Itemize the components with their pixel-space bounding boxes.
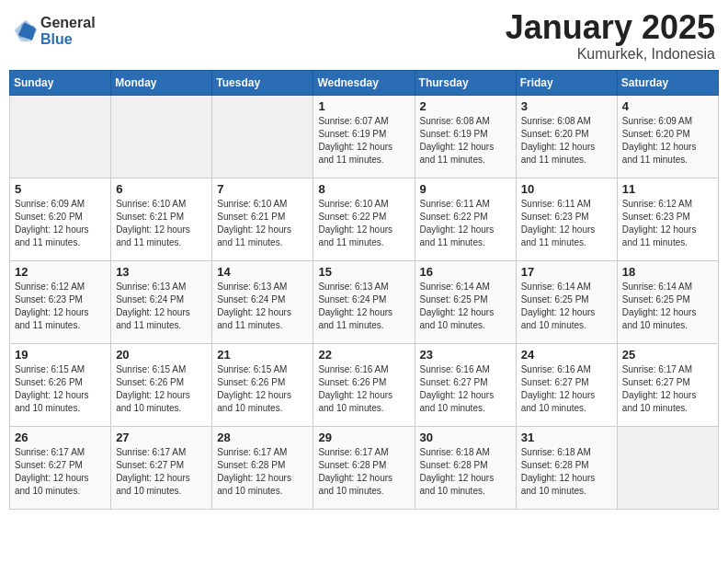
weekday-wednesday: Wednesday — [313, 70, 415, 95]
day-number: 23 — [420, 348, 511, 362]
calendar-cell: 25Sunrise: 6:17 AM Sunset: 6:27 PM Dayli… — [617, 343, 718, 426]
day-number: 17 — [521, 265, 612, 279]
calendar-cell: 18Sunrise: 6:14 AM Sunset: 6:25 PM Dayli… — [617, 260, 718, 343]
day-number: 15 — [318, 265, 409, 279]
calendar-body: 1Sunrise: 6:07 AM Sunset: 6:19 PM Daylig… — [10, 95, 719, 509]
calendar-cell: 27Sunrise: 6:17 AM Sunset: 6:27 PM Dayli… — [111, 426, 212, 509]
calendar-cell: 20Sunrise: 6:15 AM Sunset: 6:26 PM Dayli… — [111, 343, 212, 426]
cell-info: Sunrise: 6:12 AM Sunset: 6:23 PM Dayligh… — [15, 281, 106, 332]
day-number: 14 — [217, 265, 308, 279]
day-number: 21 — [217, 348, 308, 362]
calendar-cell: 29Sunrise: 6:17 AM Sunset: 6:28 PM Dayli… — [313, 426, 415, 509]
day-number: 30 — [420, 431, 511, 444]
calendar-cell: 11Sunrise: 6:12 AM Sunset: 6:23 PM Dayli… — [617, 178, 718, 260]
cell-info: Sunrise: 6:10 AM Sunset: 6:22 PM Dayligh… — [318, 198, 409, 249]
calendar-cell: 16Sunrise: 6:14 AM Sunset: 6:25 PM Dayli… — [415, 260, 516, 343]
cell-info: Sunrise: 6:11 AM Sunset: 6:22 PM Dayligh… — [420, 198, 511, 249]
cell-info: Sunrise: 6:15 AM Sunset: 6:26 PM Dayligh… — [15, 363, 106, 415]
cell-info: Sunrise: 6:10 AM Sunset: 6:21 PM Dayligh… — [116, 198, 207, 249]
cell-info: Sunrise: 6:18 AM Sunset: 6:28 PM Dayligh… — [521, 446, 612, 498]
calendar-cell — [10, 95, 111, 178]
cell-info: Sunrise: 6:16 AM Sunset: 6:27 PM Dayligh… — [521, 363, 612, 415]
day-number: 24 — [521, 348, 612, 362]
day-number: 7 — [217, 182, 308, 196]
calendar-cell: 2Sunrise: 6:08 AM Sunset: 6:19 PM Daylig… — [415, 95, 516, 178]
weekday-friday: Friday — [516, 70, 617, 95]
day-number: 26 — [15, 431, 106, 444]
calendar-cell: 26Sunrise: 6:17 AM Sunset: 6:27 PM Dayli… — [10, 426, 111, 509]
calendar-week-4: 19Sunrise: 6:15 AM Sunset: 6:26 PM Dayli… — [10, 343, 719, 426]
calendar-cell: 21Sunrise: 6:15 AM Sunset: 6:26 PM Dayli… — [212, 343, 313, 426]
day-number: 25 — [622, 348, 713, 362]
cell-info: Sunrise: 6:17 AM Sunset: 6:28 PM Dayligh… — [217, 446, 308, 498]
day-number: 27 — [116, 431, 207, 444]
calendar-cell: 8Sunrise: 6:10 AM Sunset: 6:22 PM Daylig… — [313, 178, 415, 260]
calendar-cell: 7Sunrise: 6:10 AM Sunset: 6:21 PM Daylig… — [212, 178, 313, 260]
day-number: 13 — [116, 265, 207, 279]
cell-info: Sunrise: 6:17 AM Sunset: 6:28 PM Dayligh… — [318, 446, 409, 498]
calendar-cell: 10Sunrise: 6:11 AM Sunset: 6:23 PM Dayli… — [516, 178, 617, 260]
day-number: 10 — [521, 182, 612, 196]
calendar-cell: 23Sunrise: 6:16 AM Sunset: 6:27 PM Dayli… — [415, 343, 516, 426]
cell-info: Sunrise: 6:14 AM Sunset: 6:25 PM Dayligh… — [420, 281, 511, 332]
day-number: 2 — [420, 99, 511, 113]
calendar-cell: 6Sunrise: 6:10 AM Sunset: 6:21 PM Daylig… — [111, 178, 212, 260]
calendar-cell — [212, 95, 313, 178]
weekday-thursday: Thursday — [415, 70, 516, 95]
weekday-sunday: Sunday — [10, 70, 111, 95]
cell-info: Sunrise: 6:17 AM Sunset: 6:27 PM Dayligh… — [15, 446, 106, 498]
cell-info: Sunrise: 6:08 AM Sunset: 6:19 PM Dayligh… — [420, 115, 511, 167]
weekday-saturday: Saturday — [617, 70, 718, 95]
cell-info: Sunrise: 6:14 AM Sunset: 6:25 PM Dayligh… — [622, 281, 713, 332]
logo-blue-text: Blue — [40, 31, 96, 48]
day-number: 19 — [15, 348, 106, 362]
day-number: 6 — [116, 182, 207, 196]
logo-general-text: General — [40, 15, 96, 31]
day-number: 31 — [521, 431, 612, 444]
cell-info: Sunrise: 6:08 AM Sunset: 6:20 PM Dayligh… — [521, 115, 612, 167]
day-number: 22 — [318, 348, 409, 362]
calendar-cell — [617, 426, 718, 509]
month-title: January 2025 — [506, 9, 715, 46]
cell-info: Sunrise: 6:09 AM Sunset: 6:20 PM Dayligh… — [15, 198, 106, 249]
cell-info: Sunrise: 6:13 AM Sunset: 6:24 PM Dayligh… — [318, 281, 409, 332]
day-number: 29 — [318, 431, 409, 444]
cell-info: Sunrise: 6:18 AM Sunset: 6:28 PM Dayligh… — [420, 446, 511, 498]
calendar-cell: 12Sunrise: 6:12 AM Sunset: 6:23 PM Dayli… — [10, 260, 111, 343]
location: Kumurkek, Indonesia — [506, 46, 715, 63]
cell-info: Sunrise: 6:15 AM Sunset: 6:26 PM Dayligh… — [217, 363, 308, 415]
day-number: 3 — [521, 99, 612, 113]
calendar-cell: 24Sunrise: 6:16 AM Sunset: 6:27 PM Dayli… — [516, 343, 617, 426]
cell-info: Sunrise: 6:10 AM Sunset: 6:21 PM Dayligh… — [217, 198, 308, 249]
day-number: 18 — [622, 265, 713, 279]
weekday-header-row: SundayMondayTuesdayWednesdayThursdayFrid… — [10, 70, 719, 95]
cell-info: Sunrise: 6:16 AM Sunset: 6:26 PM Dayligh… — [318, 363, 409, 415]
cell-info: Sunrise: 6:12 AM Sunset: 6:23 PM Dayligh… — [622, 198, 713, 249]
weekday-tuesday: Tuesday — [212, 70, 313, 95]
calendar-table: SundayMondayTuesdayWednesdayThursdayFrid… — [9, 70, 719, 510]
calendar-cell: 19Sunrise: 6:15 AM Sunset: 6:26 PM Dayli… — [10, 343, 111, 426]
calendar-cell: 17Sunrise: 6:14 AM Sunset: 6:25 PM Dayli… — [516, 260, 617, 343]
calendar-cell: 15Sunrise: 6:13 AM Sunset: 6:24 PM Dayli… — [313, 260, 415, 343]
calendar-cell: 14Sunrise: 6:13 AM Sunset: 6:24 PM Dayli… — [212, 260, 313, 343]
cell-info: Sunrise: 6:07 AM Sunset: 6:19 PM Dayligh… — [318, 115, 409, 167]
logo-icon — [13, 18, 39, 44]
calendar-cell: 22Sunrise: 6:16 AM Sunset: 6:26 PM Dayli… — [313, 343, 415, 426]
logo-text: General Blue — [40, 15, 96, 47]
calendar-cell: 30Sunrise: 6:18 AM Sunset: 6:28 PM Dayli… — [415, 426, 516, 509]
day-number: 12 — [15, 265, 106, 279]
cell-info: Sunrise: 6:16 AM Sunset: 6:27 PM Dayligh… — [420, 363, 511, 415]
cell-info: Sunrise: 6:17 AM Sunset: 6:27 PM Dayligh… — [116, 446, 207, 498]
title-block: January 2025 Kumurkek, Indonesia — [506, 9, 715, 63]
day-number: 9 — [420, 182, 511, 196]
calendar-week-2: 5Sunrise: 6:09 AM Sunset: 6:20 PM Daylig… — [10, 178, 719, 260]
calendar-week-1: 1Sunrise: 6:07 AM Sunset: 6:19 PM Daylig… — [10, 95, 719, 178]
day-number: 5 — [15, 182, 106, 196]
calendar-cell: 9Sunrise: 6:11 AM Sunset: 6:22 PM Daylig… — [415, 178, 516, 260]
cell-info: Sunrise: 6:13 AM Sunset: 6:24 PM Dayligh… — [217, 281, 308, 332]
calendar-cell: 31Sunrise: 6:18 AM Sunset: 6:28 PM Dayli… — [516, 426, 617, 509]
day-number: 11 — [622, 182, 713, 196]
calendar-week-5: 26Sunrise: 6:17 AM Sunset: 6:27 PM Dayli… — [10, 426, 719, 509]
day-number: 16 — [420, 265, 511, 279]
cell-info: Sunrise: 6:11 AM Sunset: 6:23 PM Dayligh… — [521, 198, 612, 249]
